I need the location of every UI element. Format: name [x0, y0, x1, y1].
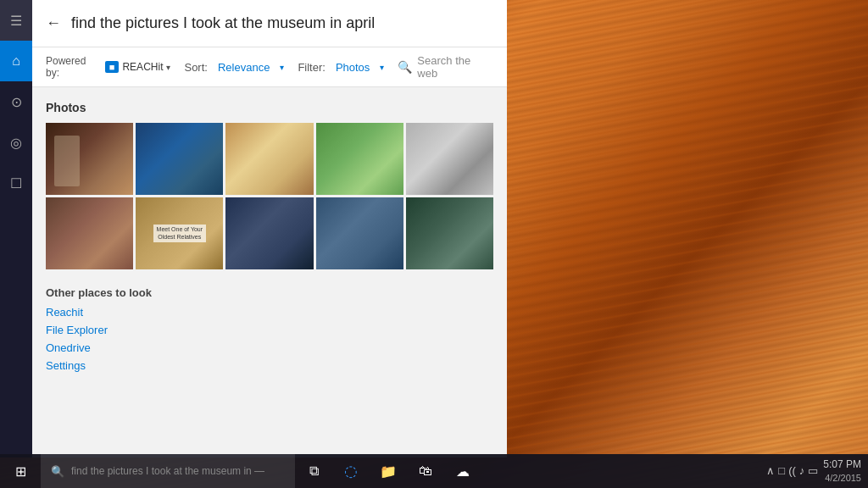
reachit-badge: ■: [105, 61, 120, 73]
photo-grid-row2: Meet One of YourOldest Relatives: [46, 197, 493, 269]
wifi-icon: ((: [788, 464, 796, 477]
photo-item-7[interactable]: Meet One of YourOldest Relatives: [136, 197, 223, 269]
search-panel: ← find the pictures I took at the museum…: [32, 0, 507, 458]
photo-grid-row1: [46, 123, 493, 195]
folder-icon: 📁: [380, 463, 397, 480]
photo-item-8[interactable]: [225, 197, 313, 269]
sidebar-item-menu[interactable]: ☰: [0, 0, 32, 41]
photo-item-5[interactable]: [406, 123, 493, 195]
photo-item-1[interactable]: [46, 123, 133, 195]
powered-by-section: Powered by: ■ REACHit ▾: [46, 55, 170, 79]
store-button[interactable]: 🛍: [407, 454, 444, 488]
clock-date: 4/2/2015: [823, 472, 861, 484]
other-link-settings[interactable]: Settings: [46, 359, 493, 372]
task-view-icon: ⧉: [309, 463, 319, 479]
search-query-text: find the pictures I took at the museum i…: [71, 14, 375, 32]
photo-item-2[interactable]: [136, 123, 223, 195]
sidebar-item-location[interactable]: ◎: [0, 122, 32, 163]
app-icon: ☁: [456, 463, 470, 480]
back-button[interactable]: ←: [46, 14, 61, 32]
menu-icon: ☰: [10, 13, 22, 29]
language-icon: ▭: [808, 464, 818, 477]
photo-item-10[interactable]: [406, 197, 493, 269]
windows-icon: ⊞: [15, 463, 26, 480]
sidebar-item-home[interactable]: ⌂: [0, 41, 32, 81]
filter-section: Filter: Photos ▾: [298, 61, 384, 74]
system-icons: ∧ □ (( ♪ ▭: [766, 464, 818, 477]
sort-chevron[interactable]: ▾: [280, 63, 284, 72]
sidebar: ☰ ⌂ ⊙ ◎ ☐: [0, 0, 32, 458]
search-header: ← find the pictures I took at the museum…: [32, 0, 507, 47]
sort-label: Sort:: [184, 61, 207, 74]
other-link-reachit[interactable]: Reachit: [46, 306, 493, 319]
other-link-onedrive[interactable]: Onedrive: [46, 341, 493, 354]
photo-icon: ⊙: [11, 94, 22, 110]
app-button[interactable]: ☁: [444, 454, 481, 488]
search-web-icon: 🔍: [398, 60, 412, 74]
search-web-label: Search the web: [417, 54, 493, 80]
edge-button[interactable]: ◌: [332, 454, 370, 488]
photo-item-3[interactable]: [225, 123, 313, 195]
sort-section: Sort: Relevance ▾: [184, 61, 284, 74]
content-area: Photos: [32, 87, 507, 391]
chat-icon: ☐: [10, 175, 22, 191]
volume-icon[interactable]: ♪: [799, 464, 805, 477]
taskbar-system-tray: ∧ □ (( ♪ ▭ 5:07 PM 4/2/2015: [766, 458, 868, 484]
powered-by-chevron[interactable]: ▾: [166, 63, 170, 72]
photo-item-4[interactable]: [316, 123, 403, 195]
filter-value[interactable]: Photos: [336, 61, 370, 74]
battery-icon: □: [778, 464, 785, 477]
task-view-button[interactable]: ⧉: [295, 454, 332, 488]
photos-section-title: Photos: [46, 101, 493, 114]
powered-by-label: Powered by:: [46, 55, 102, 79]
taskbar: ⊞ 🔍 find the pictures I took at the muse…: [0, 454, 868, 488]
photo-item-9[interactable]: [316, 197, 403, 269]
taskbar-pinned-icons: ⧉ ◌ 📁 🛍 ☁: [295, 454, 481, 488]
sidebar-item-search[interactable]: ⊙: [0, 81, 32, 122]
taskbar-search-icon: 🔍: [51, 465, 64, 478]
search-web-button[interactable]: 🔍 Search the web: [398, 54, 493, 80]
sort-value[interactable]: Relevance: [218, 61, 270, 74]
other-link-file-explorer[interactable]: File Explorer: [46, 324, 493, 336]
taskbar-search-box[interactable]: 🔍 find the pictures I took at the museum…: [41, 454, 295, 488]
toolbar: Powered by: ■ REACHit ▾ Sort: Relevance …: [32, 47, 507, 87]
start-button[interactable]: ⊞: [0, 454, 41, 488]
home-icon: ⌂: [12, 53, 20, 69]
taskbar-search-text: find the pictures I took at the museum i…: [71, 465, 264, 477]
edge-icon: ◌: [344, 462, 358, 480]
location-icon: ◎: [10, 135, 22, 151]
sidebar-item-chat[interactable]: ☐: [0, 163, 32, 203]
filter-chevron[interactable]: ▾: [380, 63, 384, 72]
other-places-section: Other places to look Reachit File Explor…: [46, 286, 493, 372]
powered-by-name: REACHit: [122, 61, 163, 73]
filter-label: Filter:: [298, 61, 326, 74]
folder-button[interactable]: 📁: [370, 454, 407, 488]
photo-item-6[interactable]: [46, 197, 133, 269]
system-clock[interactable]: 5:07 PM 4/2/2015: [823, 458, 861, 484]
other-places-title: Other places to look: [46, 286, 493, 299]
clock-time: 5:07 PM: [823, 458, 861, 472]
store-icon: 🛍: [419, 463, 432, 479]
chevron-up-icon[interactable]: ∧: [766, 464, 775, 477]
